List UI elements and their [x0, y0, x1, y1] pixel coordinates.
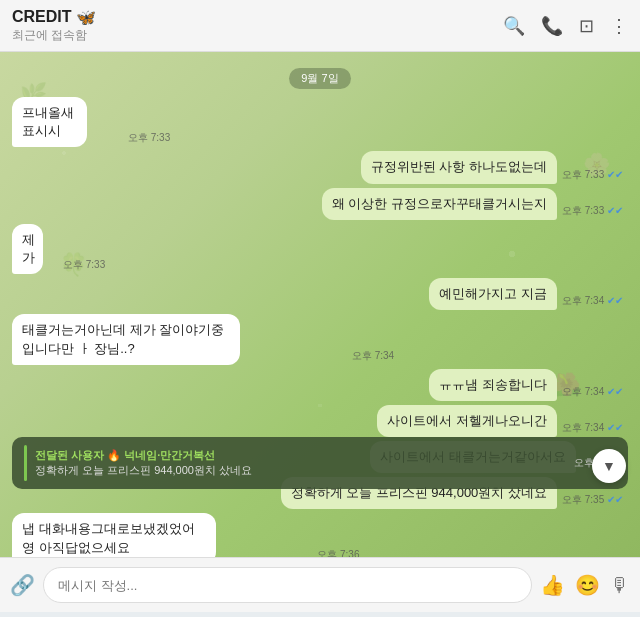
- title-emoji: 🦋: [76, 8, 96, 27]
- table-row: 오후 7:34 ✔✔ 예민해가지고 지금: [12, 278, 628, 310]
- message-text: 제가: [22, 232, 35, 265]
- message-text: 냅 대화내용그대로보냈겠었어영 아직답없으세요: [22, 521, 195, 554]
- message-text: 태클거는거아닌데 제가 잘이야기중입니다만 ㅏ 장님..?: [22, 322, 224, 355]
- chevron-down-icon: ▼: [602, 458, 616, 474]
- thumbs-up-icon[interactable]: 👍: [540, 573, 565, 597]
- message-input[interactable]: [43, 567, 532, 603]
- message-bubble: 프내올새표시시: [12, 97, 87, 147]
- message-time: 오후 7:33 ✔✔: [562, 204, 623, 218]
- message-text: 프내올새표시시: [22, 105, 74, 138]
- scroll-to-bottom-button[interactable]: ▼: [592, 449, 626, 483]
- forwarded-text-content: 전달된 사용자 🔥 넉네임·만간거복선 정확하게 오늘 프리스핀 944,000…: [35, 448, 566, 479]
- message-text: ㅠㅠ냄 죄송합니다: [439, 377, 547, 392]
- mic-icon[interactable]: 🎙: [610, 574, 630, 597]
- left-bubble-col: 제가: [12, 224, 58, 274]
- message-time: 오후 7:33 ✔✔: [562, 168, 623, 182]
- message-bubble: 태클거는거아닌데 제가 잘이야기중입니다만 ㅏ 장님..?: [12, 314, 240, 364]
- table-row: 제가 오후 7:33: [12, 224, 628, 274]
- read-check: ✔✔: [607, 295, 623, 306]
- message-time: 오후 7:36: [317, 548, 359, 557]
- message-time: 오후 7:34 ✔✔: [562, 294, 623, 308]
- message-text: 규정위반된 사항 하나도없는데: [371, 159, 547, 174]
- message-bubble: 제가: [12, 224, 43, 274]
- left-bubble-col: 프내올새표시시: [12, 97, 123, 147]
- search-icon[interactable]: 🔍: [503, 15, 525, 37]
- input-right-icons: 👍 😊 🎙: [540, 573, 630, 597]
- header-title-row: CREDIT 🦋: [12, 8, 96, 27]
- forwarded-message-preview[interactable]: 전달된 사용자 🔥 넉네임·만간거복선 정확하게 오늘 프리스핀 944,000…: [12, 437, 628, 489]
- forwarded-bar: [24, 445, 27, 481]
- more-icon[interactable]: ⋮: [610, 15, 628, 37]
- read-check: ✔✔: [607, 422, 623, 433]
- message-bubble: 사이트에서 저헬게나오니간: [377, 405, 557, 437]
- left-bubble-col: 태클거는거아닌데 제가 잘이야기중입니다만 ㅏ 장님..?: [12, 314, 347, 364]
- message-time: 오후 7:34 ✔✔: [562, 385, 623, 399]
- header-info: CREDIT 🦋 최근에 접속함: [12, 8, 96, 44]
- message-time: 오후 7:34: [352, 349, 394, 363]
- emoji-icon[interactable]: 😊: [575, 573, 600, 597]
- table-row: 오후 7:34 ✔✔ ㅠㅠ냄 죄송합니다: [12, 369, 628, 401]
- window-icon[interactable]: ⊡: [579, 15, 594, 37]
- message-bubble: 규정위반된 사항 하나도없는데: [361, 151, 557, 183]
- message-input-bar: 🔗 👍 😊 🎙: [0, 557, 640, 612]
- attach-icon[interactable]: 🔗: [10, 573, 35, 597]
- phone-icon[interactable]: 📞: [541, 15, 563, 37]
- message-bubble: ㅠㅠ냄 죄송합니다: [429, 369, 557, 401]
- left-bubble-col: 냅 대화내용그대로보냈겠었어영 아직답없으세요: [12, 513, 312, 557]
- table-row: 오후 7:34 ✔✔ 사이트에서 저헬게나오니간: [12, 405, 628, 437]
- message-time: 오후 7:33: [63, 258, 105, 272]
- read-check: ✔✔: [607, 494, 623, 505]
- message-time: 오후 7:33: [128, 131, 170, 145]
- table-row: 태클거는거아닌데 제가 잘이야기중입니다만 ㅏ 장님..? 오후 7:34: [12, 314, 628, 364]
- chat-title: CREDIT: [12, 8, 72, 26]
- table-row: 프내올새표시시 오후 7:33: [12, 97, 628, 147]
- chat-header: CREDIT 🦋 최근에 접속함 🔍 📞 ⊡ ⋮: [0, 0, 640, 52]
- header-actions: 🔍 📞 ⊡ ⋮: [503, 15, 628, 37]
- read-check: ✔✔: [607, 169, 623, 180]
- forwarded-sender-name: 전달된 사용자 🔥 넉네임·만간거복선: [35, 448, 566, 463]
- date-divider: 9월 7일: [12, 68, 628, 89]
- table-row: 오후 7:33 ✔✔ 왜 이상한 규정으로자꾸태클거시는지: [12, 188, 628, 220]
- message-text: 사이트에서 저헬게나오니간: [387, 413, 547, 428]
- message-time: 오후 7:35 ✔✔: [562, 493, 623, 507]
- chat-background: 🌿 🌸 🍀 🌺 🌿 9월 7일 프내올새표시시 오후 7:33 오후 7:33 …: [0, 52, 640, 557]
- message-bubble: 왜 이상한 규정으로자꾸태클거시는지: [322, 188, 557, 220]
- date-label: 9월 7일: [289, 68, 350, 89]
- table-row: 오후 7:33 ✔✔ 규정위반된 사항 하나도없는데: [12, 151, 628, 183]
- message-bubble: 예민해가지고 지금: [429, 278, 557, 310]
- table-row: 냅 대화내용그대로보냈겠었어영 아직답없으세요 오후 7:36: [12, 513, 628, 557]
- message-time: 오후 7:34 ✔✔: [562, 421, 623, 435]
- message-text: 예민해가지고 지금: [439, 286, 547, 301]
- message-bubble: 냅 대화내용그대로보냈겠었어영 아직답없으세요: [12, 513, 216, 557]
- read-check: ✔✔: [607, 386, 623, 397]
- header-subtitle: 최근에 접속함: [12, 27, 96, 44]
- message-text: 왜 이상한 규정으로자꾸태클거시는지: [332, 196, 547, 211]
- forwarded-message-text: 정확하게 오늘 프리스핀 944,000원치 샀네요: [35, 463, 566, 478]
- read-check: ✔✔: [607, 205, 623, 216]
